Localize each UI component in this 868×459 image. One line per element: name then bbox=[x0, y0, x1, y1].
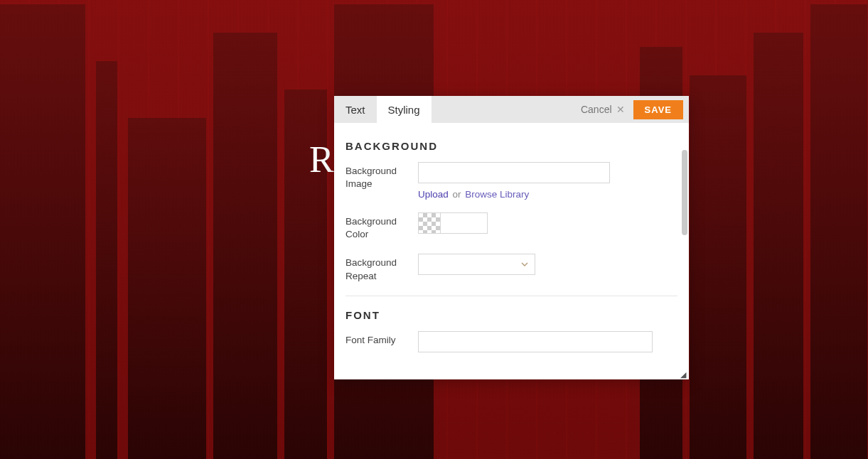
cancel-button[interactable]: Cancel ✕ bbox=[581, 96, 633, 123]
bg-image-input[interactable] bbox=[418, 162, 610, 183]
panel-tabs: Text Styling Cancel ✕ SAVE bbox=[334, 96, 689, 123]
bg-color-swatch[interactable] bbox=[418, 212, 441, 234]
bg-image-upload-line: Upload or Browse Library bbox=[418, 189, 677, 200]
tab-text[interactable]: Text bbox=[334, 96, 377, 123]
style-panel: Text Styling Cancel ✕ SAVE BACKGROUND Ba… bbox=[334, 96, 689, 379]
divider bbox=[345, 296, 677, 296]
bg-image-label: Background Image bbox=[345, 162, 418, 190]
scrollbar-track[interactable] bbox=[680, 123, 689, 379]
or-text: or bbox=[453, 189, 461, 200]
panel-body: BACKGROUND Background Image Upload or Br… bbox=[334, 123, 689, 379]
upload-link[interactable]: Upload bbox=[418, 189, 449, 200]
close-icon: ✕ bbox=[616, 104, 625, 115]
section-title-font: FONT bbox=[345, 309, 677, 321]
browse-library-link[interactable]: Browse Library bbox=[465, 189, 529, 200]
bg-color-input[interactable] bbox=[441, 212, 488, 234]
cancel-label: Cancel bbox=[581, 104, 612, 115]
bg-color-label: Background Color bbox=[345, 212, 418, 241]
save-button[interactable]: SAVE bbox=[633, 100, 683, 119]
tab-styling[interactable]: Styling bbox=[377, 96, 432, 123]
bg-repeat-select[interactable] bbox=[418, 254, 535, 275]
resize-handle-icon[interactable]: ◢ bbox=[680, 371, 687, 378]
font-family-label: Font Family bbox=[345, 331, 418, 347]
scrollbar-thumb[interactable] bbox=[682, 150, 687, 235]
section-title-background: BACKGROUND bbox=[345, 140, 677, 152]
bg-repeat-label: Background Repeat bbox=[345, 254, 418, 282]
font-family-input[interactable] bbox=[418, 331, 653, 352]
